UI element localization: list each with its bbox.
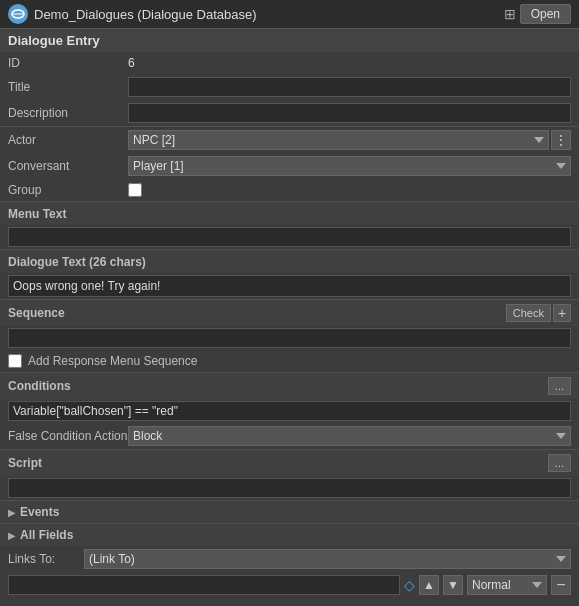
links-to-label: Links To: bbox=[8, 552, 78, 566]
id-row: ID 6 bbox=[0, 52, 579, 74]
actor-label: Actor bbox=[8, 133, 128, 147]
link-input-field[interactable] bbox=[8, 575, 400, 595]
conditions-section: Conditions ... bbox=[0, 372, 579, 399]
title-label: Title bbox=[8, 80, 128, 94]
title-input[interactable] bbox=[128, 77, 571, 97]
conditions-dots-button[interactable]: ... bbox=[548, 377, 571, 395]
add-response-label: Add Response Menu Sequence bbox=[28, 354, 197, 368]
all-fields-label: All Fields bbox=[20, 528, 73, 542]
id-value: 6 bbox=[128, 56, 571, 70]
description-row: Description bbox=[0, 100, 579, 126]
links-bottom-bar: ◇ ▲ ▼ Normal − bbox=[0, 572, 579, 598]
link-down-button[interactable]: ▼ bbox=[443, 575, 463, 595]
remove-link-button[interactable]: − bbox=[551, 575, 571, 595]
script-input-area bbox=[0, 476, 579, 500]
add-response-row: Add Response Menu Sequence bbox=[0, 350, 579, 372]
dialogue-text-row: Oops wrong one! Try again! bbox=[0, 273, 579, 299]
sequence-buttons: Check + bbox=[506, 304, 571, 322]
script-input[interactable] bbox=[8, 478, 571, 498]
link-diamond-icon: ◇ bbox=[404, 577, 415, 593]
sequence-label: Sequence bbox=[8, 306, 65, 320]
false-condition-label: False Condition Action bbox=[8, 429, 128, 443]
open-button[interactable]: Open bbox=[520, 4, 571, 24]
conditions-value[interactable]: Variable["ballChosen"] == "red" bbox=[8, 401, 571, 421]
settings-icon[interactable]: ⊞ bbox=[504, 6, 516, 22]
events-arrow: ▶ bbox=[8, 507, 16, 518]
script-section: Script ... bbox=[0, 449, 579, 476]
conversant-row: Conversant Player [1] bbox=[0, 153, 579, 179]
title-bar-right: ⊞ Open bbox=[504, 4, 571, 24]
sequence-section: Sequence Check + bbox=[0, 299, 579, 326]
menu-text-input-row bbox=[0, 225, 579, 249]
events-label: Events bbox=[20, 505, 59, 519]
conversant-select-wrapper: Player [1] bbox=[128, 156, 571, 176]
actor-spin-button[interactable]: ⋮ bbox=[551, 130, 571, 150]
description-label: Description bbox=[8, 106, 128, 120]
links-to-select[interactable]: (Link To) bbox=[84, 549, 571, 569]
false-condition-row: False Condition Action Block bbox=[0, 423, 579, 449]
menu-text-input[interactable] bbox=[8, 227, 571, 247]
script-dots-button[interactable]: ... bbox=[548, 454, 571, 472]
window-title: Demo_Dialogues (Dialogue Database) bbox=[34, 7, 257, 22]
group-checkbox[interactable] bbox=[128, 183, 142, 197]
script-label: Script bbox=[8, 456, 42, 470]
main-content: Dialogue Entry ID 6 Title Description Ac… bbox=[0, 28, 579, 606]
menu-text-section: Menu Text bbox=[0, 201, 579, 225]
title-bar: Demo_Dialogues (Dialogue Database) ⊞ Ope… bbox=[0, 0, 579, 28]
sequence-add-button[interactable]: + bbox=[553, 304, 571, 322]
group-label: Group bbox=[8, 183, 128, 197]
menu-text-label: Menu Text bbox=[8, 207, 66, 221]
add-response-checkbox[interactable] bbox=[8, 354, 22, 368]
check-button[interactable]: Check bbox=[506, 304, 551, 322]
events-collapsible[interactable]: ▶ Events bbox=[0, 500, 579, 523]
dialogue-text-section: Dialogue Text (26 chars) bbox=[0, 249, 579, 273]
actor-select-wrapper: NPC [2] ⋮ bbox=[128, 130, 571, 150]
actor-select[interactable]: NPC [2] bbox=[128, 130, 549, 150]
conversant-select[interactable]: Player [1] bbox=[128, 156, 571, 176]
links-to-row: Links To: (Link To) bbox=[0, 546, 579, 572]
app-icon bbox=[8, 4, 28, 24]
all-fields-arrow: ▶ bbox=[8, 530, 16, 541]
dialogue-text-content[interactable]: Oops wrong one! Try again! bbox=[8, 275, 571, 297]
group-row: Group bbox=[0, 179, 579, 201]
false-condition-select[interactable]: Block bbox=[128, 426, 571, 446]
description-input[interactable] bbox=[128, 103, 571, 123]
dialogue-entry-header: Dialogue Entry bbox=[0, 28, 579, 52]
sequence-input-area bbox=[0, 326, 579, 350]
actor-row: Actor NPC [2] ⋮ bbox=[0, 127, 579, 153]
sequence-input[interactable] bbox=[8, 328, 571, 348]
link-up-button[interactable]: ▲ bbox=[419, 575, 439, 595]
conversant-label: Conversant bbox=[8, 159, 128, 173]
all-fields-collapsible[interactable]: ▶ All Fields bbox=[0, 523, 579, 546]
dialogue-text-label: Dialogue Text (26 chars) bbox=[8, 255, 146, 269]
normal-select[interactable]: Normal bbox=[467, 575, 547, 595]
id-label: ID bbox=[8, 56, 128, 70]
conditions-value-row: Variable["ballChosen"] == "red" bbox=[0, 399, 579, 423]
title-row: Title bbox=[0, 74, 579, 100]
title-bar-left: Demo_Dialogues (Dialogue Database) bbox=[8, 4, 257, 24]
conditions-label: Conditions bbox=[8, 379, 71, 393]
